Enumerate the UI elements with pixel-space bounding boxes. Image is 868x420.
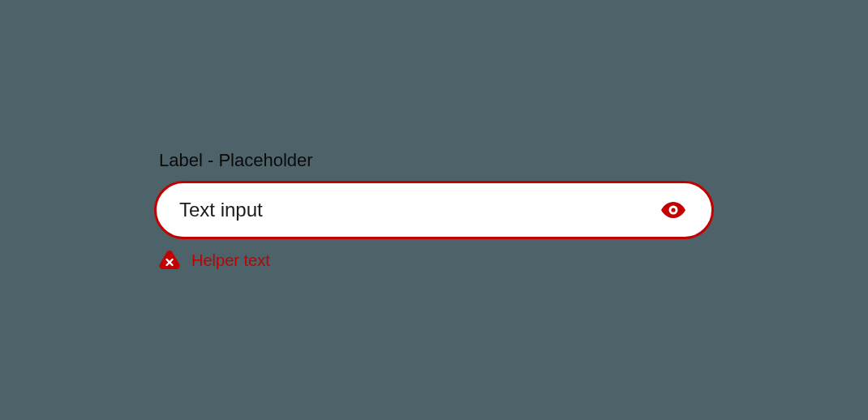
- svg-point-1: [671, 208, 675, 212]
- helper-row: Helper text: [159, 251, 714, 270]
- toggle-visibility-button[interactable]: [658, 199, 689, 221]
- error-icon: [159, 251, 180, 270]
- helper-text: Helper text: [191, 251, 270, 270]
- input-container: [154, 181, 714, 239]
- eye-icon: [661, 202, 685, 218]
- input-field-group: Label - Placeholder Helper text: [154, 150, 714, 270]
- field-label: Label - Placeholder: [159, 150, 714, 171]
- text-input[interactable]: [179, 199, 658, 221]
